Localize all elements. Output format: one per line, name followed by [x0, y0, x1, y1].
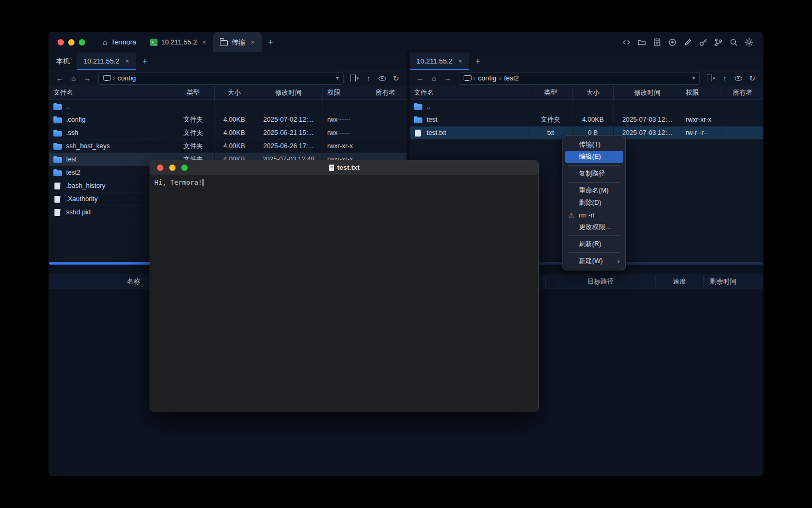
show-hidden-button[interactable] — [732, 72, 745, 84]
menu-item-label: 刷新(R) — [579, 240, 601, 249]
zoom-window-button[interactable] — [181, 165, 188, 171]
folder-icon — [53, 103, 62, 110]
branch-icon[interactable] — [713, 37, 724, 48]
pane-tab[interactable]: 10.211.55.2 × — [77, 52, 136, 70]
context-menu-item[interactable]: ⚠ 编辑(E) › — [565, 151, 623, 163]
back-button[interactable]: ← — [53, 72, 66, 84]
path-bar[interactable]: › config › test2 ▾ — [459, 72, 700, 85]
menu-item-label: rm -rf — [579, 212, 595, 219]
editor-titlebar[interactable]: test.txt — [150, 160, 538, 175]
main-tab[interactable]: Termora × — [96, 32, 143, 52]
breadcrumb-segment[interactable]: › test2 — [499, 74, 519, 82]
column-header-type[interactable]: 类型 — [529, 86, 573, 99]
context-menu-item[interactable]: ⚠ 复制路径 › — [565, 168, 623, 180]
close-icon[interactable]: × — [458, 57, 463, 65]
show-hidden-button[interactable] — [376, 72, 389, 84]
file-row[interactable]: .config 文件夹 4.00KB 2025-07-02 12:... rwx… — [49, 113, 407, 126]
refresh-button[interactable]: ↻ — [390, 72, 402, 84]
pane-tab-label: 10.211.55.2 — [417, 57, 453, 65]
breadcrumb-segment[interactable]: › config — [473, 74, 496, 82]
main-tab[interactable]: 10.211.55.2 × — [143, 32, 213, 52]
file-size-cell — [573, 100, 614, 113]
file-row[interactable]: .. — [49, 100, 407, 113]
column-header-modified[interactable]: 修改时间 — [614, 86, 681, 99]
file-permissions-cell: rwx------ — [323, 113, 364, 126]
folder-icon — [53, 143, 62, 150]
context-menu-item[interactable]: ⚠ › — [565, 250, 623, 255]
up-directory-button[interactable]: ↑ — [718, 72, 731, 84]
main-tab[interactable]: 传输 × — [213, 32, 262, 52]
column-header-owner[interactable]: 所有者 — [364, 86, 407, 99]
column-header-owner[interactable]: 所有者 — [722, 86, 763, 99]
column-header-remaining-time[interactable]: 剩余时间 — [704, 275, 743, 288]
file-owner-cell — [364, 100, 407, 113]
new-tab-button[interactable]: + — [262, 32, 280, 52]
context-menu-item[interactable]: ⚠ 新建(W) › — [565, 255, 623, 267]
folder-icon[interactable] — [636, 37, 647, 48]
settings-icon[interactable] — [744, 37, 754, 48]
column-header-permissions[interactable]: 权限 — [681, 86, 722, 99]
column-header-filename[interactable]: 文件名 — [410, 86, 529, 99]
file-size-cell: 4.00KB — [573, 113, 614, 126]
forward-button[interactable]: → — [81, 72, 94, 84]
minimize-window-button[interactable] — [68, 39, 75, 46]
column-header-permissions[interactable]: 权限 — [323, 86, 364, 99]
column-header-size[interactable]: 大小 — [215, 86, 254, 99]
file-owner-cell — [722, 113, 763, 126]
chevron-down-icon[interactable]: ▾ — [692, 75, 695, 81]
close-icon[interactable]: × — [125, 57, 130, 65]
home-button[interactable]: ⌂ — [428, 72, 440, 84]
close-window-button[interactable] — [58, 39, 64, 46]
column-header-type[interactable]: 类型 — [172, 86, 215, 99]
context-menu-item[interactable]: ⚠ › — [565, 163, 623, 168]
back-button[interactable]: ← — [414, 72, 427, 84]
eye-icon — [378, 74, 386, 83]
bookmark-button[interactable]: ▾ — [348, 72, 361, 84]
pane-tab[interactable]: 10.211.55.2 × — [410, 52, 469, 70]
column-header-modified[interactable]: 修改时间 — [254, 86, 323, 99]
bookmark-button[interactable]: ▾ — [705, 72, 717, 84]
file-row[interactable]: ssh_host_keys 文件夹 4.00KB 2025-06-26 17:.… — [49, 140, 407, 153]
column-header-destination[interactable]: 目标路径 — [546, 275, 656, 288]
minimize-window-button[interactable] — [169, 165, 176, 171]
record-icon[interactable] — [667, 37, 678, 48]
editor-window: test.txt Hi, Termora! — [150, 160, 539, 412]
context-menu-item[interactable]: ⚠ 删除(D) › — [565, 197, 623, 209]
forward-button[interactable]: → — [441, 72, 454, 84]
up-directory-button[interactable]: ↑ — [362, 72, 375, 84]
edit-icon[interactable] — [682, 37, 693, 48]
zoom-window-button[interactable] — [79, 39, 85, 46]
search-icon[interactable] — [728, 37, 739, 48]
context-menu-item[interactable]: ⚠ 刷新(R) › — [565, 238, 623, 250]
close-icon[interactable]: × — [251, 38, 255, 46]
path-bar[interactable]: › config ▾ — [98, 72, 344, 85]
context-menu-item[interactable]: ⚠ › — [565, 180, 623, 185]
close-icon[interactable]: × — [202, 38, 206, 46]
column-header-filename[interactable]: 文件名 — [49, 86, 172, 99]
column-header-size[interactable]: 大小 — [573, 86, 614, 99]
file-name-cell: ssh_host_keys — [49, 140, 172, 152]
new-pane-tab-button[interactable]: + — [469, 52, 486, 70]
log-icon[interactable] — [652, 37, 662, 48]
file-modified-cell — [254, 100, 323, 113]
code-icon[interactable] — [621, 37, 632, 48]
file-row[interactable]: .. — [410, 100, 763, 113]
context-menu-item[interactable]: ⚠ rm -rf › — [565, 209, 623, 221]
column-header-speed[interactable]: 速度 — [656, 275, 704, 288]
context-menu-item[interactable]: ⚠ 重命名(M) › — [565, 185, 623, 197]
pane-tab[interactable]: 本机 × — [49, 52, 77, 70]
chevron-down-icon[interactable]: ▾ — [336, 75, 339, 81]
context-menu-item[interactable]: ⚠ 更改权限... › — [565, 221, 623, 233]
close-window-button[interactable] — [157, 165, 163, 171]
file-permissions-cell — [681, 100, 722, 113]
editor-content[interactable]: Hi, Termora! — [150, 175, 538, 412]
key-icon[interactable] — [698, 37, 708, 48]
refresh-button[interactable]: ↻ — [746, 72, 759, 84]
breadcrumb-segment[interactable]: › config — [113, 74, 136, 82]
home-button[interactable]: ⌂ — [67, 72, 80, 84]
file-row[interactable]: test 文件夹 4.00KB 2025-07-03 12:... rwxr-x… — [410, 113, 763, 126]
context-menu-item[interactable]: ⚠ › — [565, 233, 623, 238]
file-row[interactable]: .ssh 文件夹 4.00KB 2025-06-21 15:... rwx---… — [49, 126, 407, 140]
context-menu-item[interactable]: ⚠ 传输(T) › — [565, 139, 623, 151]
new-pane-tab-button[interactable]: + — [136, 52, 153, 70]
